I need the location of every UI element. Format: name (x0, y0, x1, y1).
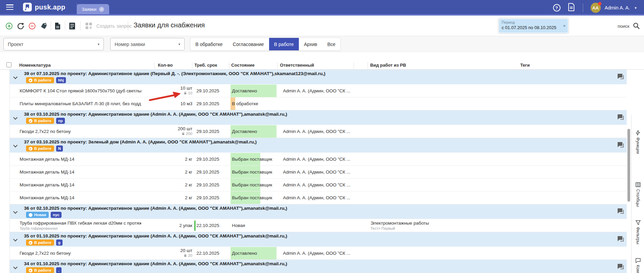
chevron-down-icon[interactable] (13, 265, 18, 269)
item-state: Доставлено (231, 85, 281, 97)
group-title: 38 от 03.10.2025 по проекту: Администрат… (24, 112, 287, 117)
open-tab-zayavki[interactable]: Заявки × (77, 4, 109, 14)
request-group-row[interactable]: 37 от 03.10.2025 по проекту: Зеленый дом… (10, 138, 627, 153)
status-tab-group: В обработке Согласование В работе Архив … (190, 38, 341, 51)
col-responsible[interactable]: Ответственный (280, 63, 314, 68)
col-nomenclature[interactable]: Номенклатура (19, 63, 51, 68)
tab-arhiv[interactable]: Архив (299, 38, 322, 50)
app-logo[interactable]: pusk.app (23, 3, 65, 12)
item-qty: 2 упак (142, 219, 192, 232)
status-badge: ▶В работе (26, 145, 54, 152)
chevron-down-icon[interactable] (13, 143, 18, 147)
toolbar-divider (128, 21, 128, 30)
comments-icon[interactable] (617, 73, 624, 81)
search-icon[interactable] (633, 22, 640, 30)
tag-icon[interactable] (40, 22, 48, 31)
col-work-type[interactable]: Вид работ из РВ (370, 63, 406, 68)
play-icon: ▶ (29, 147, 32, 151)
top-bar: pusk.app Заявки × ? AA Admin A. A. ▾ (0, 0, 644, 16)
tab-close-icon[interactable]: × (99, 7, 104, 12)
item-responsible: Admin A. A. (Админ, ООО "СК ... (283, 191, 359, 204)
tab-v-rabote[interactable]: В работе (269, 38, 299, 50)
request-group-row[interactable]: 39 от 07.10.2025 по проекту: Администрат… (10, 70, 627, 85)
sidebar-item-functions[interactable]: Функции (631, 130, 644, 154)
request-group-row[interactable]: 36 от 02.10.2025 по проекту: Администрат… (10, 204, 627, 219)
document-list-icon[interactable] (69, 22, 75, 31)
chevron-down-icon[interactable]: ▾ (635, 6, 637, 10)
play-icon: ▶ (29, 269, 32, 272)
request-item-row[interactable]: Монтажная деталь МД-14 2 кг 29.10.2025 В… (10, 166, 627, 179)
request-group-row[interactable]: 38 от 03.10.2025 по проекту: Администрат… (10, 110, 627, 125)
tab-vse[interactable]: Все (322, 38, 340, 50)
col-qty[interactable]: Кол-во (158, 63, 173, 68)
item-name: Труба гофрированная ПВХ гибкая легкая d2… (20, 221, 141, 226)
request-item-row[interactable]: Монтажная деталь МД-14 2 кг 29.10.2025 В… (10, 191, 627, 204)
avatar-initials: AA (592, 5, 599, 10)
request-item-row[interactable]: Гвозди 2,7х22 по бетону 200 шт 200 29.10… (10, 125, 627, 138)
table-area: Номенклатура Кол-во Треб. срок Состояние… (0, 61, 644, 273)
item-responsible: Admin A. A. (Админ, ООО "СК ... (283, 125, 359, 138)
vertical-scrollbar[interactable] (627, 129, 630, 202)
sidebar-item-columns[interactable]: Столбцы (631, 182, 644, 207)
document-icon[interactable] (568, 3, 575, 13)
col-due[interactable]: Треб. срок (194, 63, 217, 68)
period-chip[interactable]: Период с 01.07.2025 по 08.10.2025 × (499, 19, 568, 33)
status-badge: ▶В работе (26, 77, 54, 83)
status-badge: ▶В работе (26, 240, 54, 246)
remove-icon[interactable] (28, 22, 36, 31)
item-due-date: 29.10.2025 (196, 125, 219, 138)
toolbar-divider (51, 21, 51, 30)
tag-badge: N (56, 145, 63, 152)
tab-soglasovanie[interactable]: Согласование (228, 38, 269, 50)
app-window: pusk.app Заявки × ? AA Admin A. A. ▾ (0, 0, 644, 273)
request-item-row[interactable]: Гвозди 2,7х22 по бетону 20 шт 20 22.10.2… (10, 247, 627, 260)
comments-icon[interactable] (617, 235, 624, 244)
help-icon[interactable]: ? (553, 4, 560, 12)
project-select[interactable]: Проект ▾ (3, 38, 104, 50)
toolbar-divider (65, 21, 65, 30)
request-item-row[interactable]: Плиты минераловатные БАЗАЛИТ Л-30 (8 пли… (10, 97, 627, 110)
request-number-placeholder: Номер заявки (115, 42, 145, 47)
item-due-date: 29.10.2025 (196, 166, 219, 179)
select-all-checkbox[interactable] (6, 62, 11, 67)
request-item-row[interactable]: Монтажная деталь МД-14 2 кг 29.10.2025 В… (10, 179, 627, 191)
add-icon[interactable] (5, 22, 13, 31)
pusk-logo-icon (23, 3, 32, 12)
request-item-row[interactable]: Монтажная деталь МД-14 2 кг 29.10.2025 В… (10, 153, 627, 166)
avatar[interactable]: AA (591, 3, 601, 13)
comments-icon[interactable] (617, 141, 624, 150)
col-state[interactable]: Состояние (231, 63, 255, 68)
period-close-icon[interactable]: × (563, 23, 566, 28)
item-due-date: 29.10.2025 (196, 153, 219, 166)
topbar-divider (583, 3, 583, 12)
period-filter[interactable]: Период с 01.07.2025 по 08.10.2025 × (498, 18, 569, 34)
chevron-down-icon[interactable] (13, 115, 18, 120)
document-report-icon[interactable] (55, 22, 61, 31)
menu-icon[interactable] (6, 4, 14, 10)
item-work-type: Электромонтажные работы (371, 221, 429, 226)
request-item-row[interactable]: Труба гофрированная ПВХ гибкая легкая d2… (10, 219, 627, 232)
request-item-row[interactable]: КОМФОРТ К 104 Стол прямой 1600х750х750 (… (10, 85, 627, 97)
comments-icon[interactable] (617, 208, 624, 216)
group-title: 36 от 02.10.2025 по проекту: Администрат… (24, 206, 287, 211)
chevron-down-icon: ▾ (178, 42, 180, 46)
request-group-row[interactable]: 34 от 01.10.2025 по проекту: Администрат… (10, 260, 627, 273)
comments-icon[interactable] (617, 263, 624, 271)
request-group-row[interactable]: 35 от 01.10.2025 по проекту: Администрат… (10, 232, 627, 247)
refresh-icon[interactable] (17, 22, 24, 31)
chevron-down-icon[interactable] (13, 209, 18, 214)
search-label[interactable]: поиск (618, 24, 629, 29)
sidebar-item-comments[interactable]: Комментарии (631, 258, 644, 273)
item-responsible: Admin A. A. (Админ, ООО "СК ... (283, 179, 359, 191)
tab-v-obrabotke[interactable]: В обработке (190, 38, 228, 50)
col-tags[interactable]: Теги (520, 63, 530, 68)
item-name: КОМФОРТ К 104 Стол прямой 1600х750х750 (… (20, 85, 141, 97)
item-responsible: Admin A. A. (Админ, ООО "СК ... (283, 166, 359, 179)
sidebar-item-filters[interactable]: Фильтры (631, 220, 644, 244)
chevron-down-icon[interactable] (13, 237, 18, 242)
chevron-down-icon[interactable] (13, 75, 18, 79)
item-state: Выбран поставщик (231, 166, 281, 178)
comments-icon[interactable] (617, 114, 624, 122)
request-number-select[interactable]: Номер заявки ▾ (110, 38, 185, 50)
item-qty-reserved: 200 (142, 132, 192, 136)
